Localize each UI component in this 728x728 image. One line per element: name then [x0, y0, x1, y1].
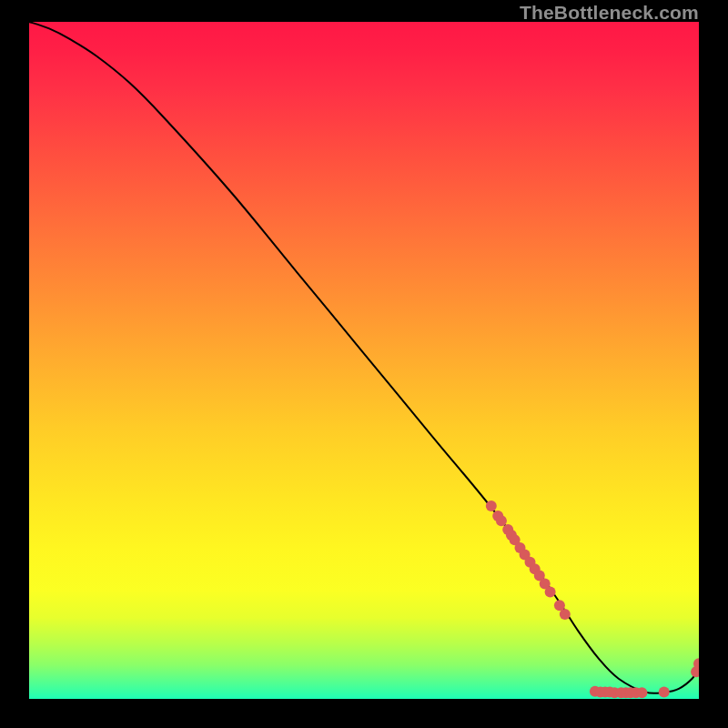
- frame-bottom: [0, 699, 728, 728]
- frame-left: [0, 0, 29, 728]
- frame-right: [699, 0, 728, 728]
- bottleneck-curve: [29, 22, 699, 693]
- marker-dot: [496, 515, 507, 526]
- marker-dot: [486, 500, 497, 511]
- chart-overlay-svg: [29, 22, 699, 699]
- data-markers: [486, 500, 704, 698]
- marker-dot: [659, 687, 670, 698]
- chart-stage: TheBottleneck.com: [0, 0, 728, 728]
- marker-dot: [636, 687, 647, 698]
- marker-dot: [545, 586, 556, 597]
- marker-dot: [560, 609, 571, 620]
- watermark-text: TheBottleneck.com: [520, 2, 699, 24]
